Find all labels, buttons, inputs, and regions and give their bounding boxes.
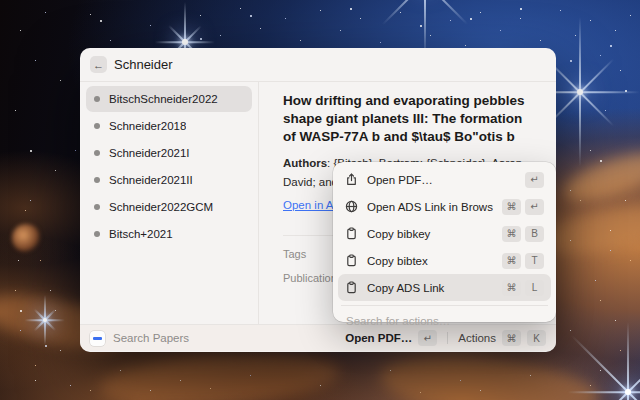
k-key-badge: K (527, 330, 546, 346)
cmd-key-badge: ⌘ (502, 199, 521, 215)
search-query[interactable]: Schneider (114, 57, 173, 72)
actions-button[interactable]: Actions (458, 332, 496, 344)
list-item-label: Schneider2018 (109, 120, 186, 132)
return-key-badge: ↵ (525, 172, 544, 188)
search-header: ← Schneider (80, 48, 556, 82)
paper-title: How drifting and evaporating pebbles sha… (283, 92, 537, 146)
back-arrow-icon: ← (93, 59, 104, 71)
cmd-key-badge: ⌘ (502, 330, 521, 346)
divider (341, 305, 548, 306)
extension-logo-icon (90, 331, 105, 346)
primary-action-button[interactable]: Open PDF… (345, 332, 412, 344)
bullet-icon (94, 204, 100, 210)
authors-label: Authors (283, 157, 327, 169)
t-key-badge: T (525, 253, 544, 269)
divider (447, 332, 448, 344)
return-key-badge: ↵ (525, 199, 544, 215)
menu-item-open-ads-link[interactable]: Open ADS Link in Browser ⌘ ↵ (338, 193, 551, 220)
l-key-badge: L (525, 280, 544, 296)
list-item-paper[interactable]: Bitsch+2021 (86, 221, 252, 247)
menu-item-copy-bibkey[interactable]: Copy bibkey ⌘ B (338, 220, 551, 247)
clipboard-icon (345, 281, 358, 294)
clipboard-icon (345, 227, 358, 240)
list-item-paper[interactable]: Schneider2021II (86, 167, 252, 193)
actions-menu: Open PDF… ↵ Open ADS Link in Browser ⌘ ↵… (333, 162, 556, 322)
menu-item-label: Open ADS Link in Browser (367, 201, 493, 213)
menu-item-open-pdf[interactable]: Open PDF… ↵ (338, 166, 551, 193)
return-key-badge: ↵ (418, 330, 437, 346)
starfield (0, 0, 1, 1)
list-item-label: Schneider2022GCM (109, 201, 213, 213)
list-item-paper[interactable]: BitschSchneider2022 (86, 86, 252, 112)
bullet-icon (94, 150, 100, 156)
upload-icon (345, 173, 358, 186)
cmd-key-badge: ⌘ (502, 280, 521, 296)
list-item-label: Schneider2021I (109, 147, 190, 159)
list-item-label: Schneider2021II (109, 174, 193, 186)
menu-item-label: Open PDF… (367, 174, 516, 186)
actions-search-input[interactable]: Search for actions… (338, 310, 551, 332)
bullet-icon (94, 231, 100, 237)
menu-item-label: Copy ADS Link (367, 282, 493, 294)
list-item-label: Bitsch+2021 (109, 228, 173, 240)
b-key-badge: B (525, 226, 544, 242)
globe-icon (345, 200, 358, 213)
back-button[interactable]: ← (90, 56, 107, 73)
list-item-label: BitschSchneider2022 (109, 93, 218, 105)
clipboard-icon (345, 254, 358, 267)
cmd-key-badge: ⌘ (502, 253, 521, 269)
menu-item-label: Copy bibkey (367, 228, 493, 240)
list-item-paper[interactable]: Schneider2018 (86, 113, 252, 139)
list-item-paper[interactable]: Schneider2022GCM (86, 194, 252, 220)
bullet-icon (94, 123, 100, 129)
menu-item-copy-ads-link[interactable]: Copy ADS Link ⌘ L (338, 274, 551, 301)
extension-name: Search Papers (113, 332, 189, 344)
menu-item-label: Copy bibtex (367, 255, 493, 267)
menu-item-copy-bibtex[interactable]: Copy bibtex ⌘ T (338, 247, 551, 274)
blurred-star (12, 224, 40, 252)
cmd-key-badge: ⌘ (502, 226, 521, 242)
paper-list: BitschSchneider2022 Schneider2018 Schnei… (80, 82, 259, 324)
list-item-paper[interactable]: Schneider2021I (86, 140, 252, 166)
bullet-icon (94, 96, 100, 102)
bullet-icon (94, 177, 100, 183)
